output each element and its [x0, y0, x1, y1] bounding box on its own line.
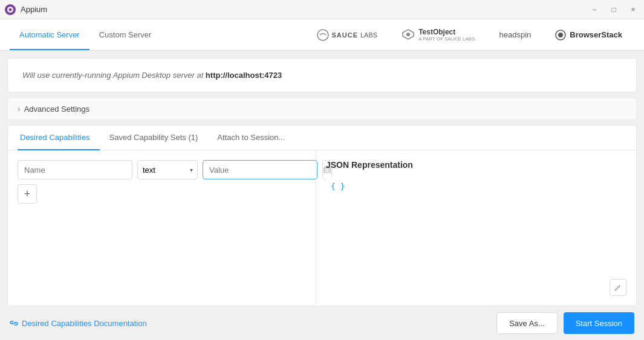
minimize-button[interactable]: − [588, 4, 600, 16]
info-text: Will use currently-running Appium Deskto… [22, 71, 622, 80]
json-representation-panel: JSON Representation { } [316, 150, 636, 306]
maximize-button[interactable]: □ [608, 4, 620, 16]
server-tabs-bar: Automatic Server Custom Server SAUCELABS… [0, 19, 644, 51]
tab-attach-session[interactable]: Attach to Session... [207, 126, 294, 150]
browserstack-logo[interactable]: BrowserStack [543, 30, 634, 40]
tab-automatic-server[interactable]: Automatic Server [10, 21, 89, 50]
svg-point-2 [9, 8, 12, 11]
save-as-button[interactable]: Save As... [496, 312, 558, 334]
tab-desired-capabilities[interactable]: Desired Capabilities [18, 126, 100, 150]
saucelabs-icon [317, 29, 329, 41]
capability-left-panel: text boolean number object array [8, 150, 316, 306]
tab-custom-server[interactable]: Custom Server [89, 21, 161, 50]
link-icon [10, 319, 18, 327]
footer: Desired Capabilities Documentation Save … [0, 306, 644, 340]
svg-point-6 [558, 33, 563, 37]
capabilities-section: Desired Capabilities Saved Capability Se… [7, 125, 637, 306]
title-bar-left: Appium [5, 4, 47, 15]
docs-link[interactable]: Desired Capabilities Documentation [10, 319, 147, 328]
capability-type-select[interactable]: text boolean number object array [137, 160, 198, 179]
footer-buttons: Save As... Start Session [496, 312, 634, 334]
capability-add-row: + [18, 184, 306, 204]
appium-icon [5, 4, 16, 15]
headspin-logo[interactable]: headspin [487, 30, 544, 39]
capability-body: text boolean number object array [8, 150, 636, 306]
json-title: JSON Representation [326, 160, 626, 170]
testobject-icon [402, 28, 415, 40]
capability-add-button[interactable]: + [18, 184, 37, 204]
info-panel: Will use currently-running Appium Deskto… [7, 58, 637, 92]
advanced-settings-label: › Advanced Settings [18, 104, 626, 114]
capability-name-input[interactable] [18, 160, 132, 179]
advanced-chevron: › [18, 104, 21, 114]
close-button[interactable]: × [627, 4, 639, 16]
capability-tabs: Desired Capabilities Saved Capability Se… [8, 126, 636, 150]
tab-saved-capability-sets[interactable]: Saved Capability Sets (1) [100, 126, 208, 150]
main-content: Automatic Server Custom Server SAUCELABS… [0, 19, 644, 340]
advanced-settings-panel[interactable]: › Advanced Settings [7, 97, 637, 120]
capability-value-input[interactable] [203, 160, 317, 179]
json-edit-button[interactable] [610, 279, 626, 296]
capability-type-wrapper: text boolean number object array [137, 160, 198, 179]
edit-icon [614, 284, 622, 291]
svg-point-4 [406, 33, 410, 36]
testobject-logo[interactable]: TestObject A PART OF SAUCE LABS [389, 28, 487, 42]
saucelabs-logo[interactable]: SAUCELABS [305, 29, 389, 41]
browserstack-icon [555, 30, 566, 40]
svg-point-3 [317, 30, 328, 40]
title-bar: Appium − □ × [0, 0, 644, 19]
capability-row: text boolean number object array [18, 160, 306, 179]
app-title: Appium [21, 5, 47, 14]
json-content: { } [326, 177, 626, 296]
start-session-button[interactable]: Start Session [564, 312, 634, 334]
window-controls: − □ × [588, 4, 639, 16]
